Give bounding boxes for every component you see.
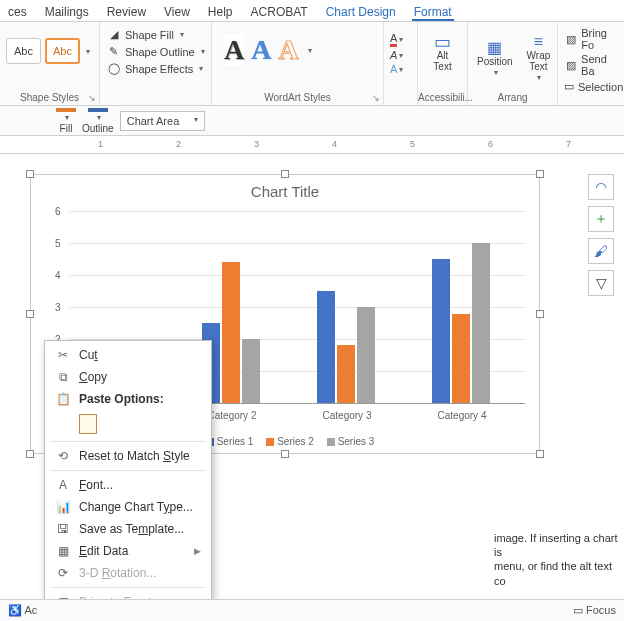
pencil-outline-icon: ✎ <box>106 44 121 59</box>
chart-side-tools: ◠ ＋ 🖌 ▽ <box>588 174 614 296</box>
save-icon: 🖫 <box>55 522 71 536</box>
shape-style-preset-1[interactable]: Abc <box>6 38 41 64</box>
resize-handle[interactable] <box>281 170 289 178</box>
tab-mailings[interactable]: Mailings <box>43 4 91 21</box>
bar-series3[interactable] <box>472 243 490 403</box>
tab-chart-design[interactable]: Chart Design <box>324 4 398 21</box>
effects-icon: ◯ <box>106 61 121 76</box>
font-icon: A <box>55 478 71 492</box>
resize-handle[interactable] <box>536 170 544 178</box>
rotation-icon: ⟳ <box>55 566 71 580</box>
tab-references[interactable]: ces <box>6 4 29 21</box>
shape-styles-launcher-icon[interactable]: ↘ <box>88 93 96 103</box>
text-effects-button[interactable]: A▾ <box>390 63 411 75</box>
wrap-text-button[interactable]: ≡Wrap Text▾ <box>524 32 554 84</box>
shape-outline-button[interactable]: ✎Shape Outline▾ <box>106 43 205 60</box>
ctx-reset-style[interactable]: ⟲Reset to Match Style <box>45 445 211 467</box>
paste-icon: 📋 <box>55 392 71 406</box>
fill-button[interactable]: ▾Fill <box>56 108 76 134</box>
shape-style-more-icon[interactable]: ▾ <box>86 47 90 56</box>
chart-icon: 📊 <box>55 500 71 514</box>
chart-color-button[interactable]: 🖌 <box>588 238 614 264</box>
reset-icon: ⟲ <box>55 449 71 463</box>
resize-handle[interactable] <box>281 450 289 458</box>
bring-forward-button[interactable]: ▧Bring Fo <box>564 26 618 52</box>
bring-forward-icon: ▧ <box>564 32 577 47</box>
plus-icon: ＋ <box>594 210 608 228</box>
bar-series1[interactable] <box>317 291 335 403</box>
bar-series2[interactable] <box>452 314 470 403</box>
status-bar: ♿ Ac ▭ Focus <box>0 599 624 621</box>
ctx-cut[interactable]: ✂Cut <box>45 344 211 366</box>
clipboard-icon <box>79 414 97 434</box>
bucket-icon: ◢ <box>106 27 121 42</box>
wordart-preset-3[interactable]: A <box>278 34 298 66</box>
ribbon-body: Abc Abc ▾ Shape Styles ↘ ◢Shape Fill▾ ✎S… <box>0 22 624 106</box>
chart-element-select[interactable]: Chart Area▾ <box>120 111 205 131</box>
tab-acrobat[interactable]: ACROBAT <box>249 4 310 21</box>
context-menu: ✂Cut ⧉Copy 📋Paste Options: ⟲Reset to Mat… <box>44 340 212 621</box>
tab-format[interactable]: Format <box>412 4 454 21</box>
chart-styles-button[interactable]: ◠ <box>588 174 614 200</box>
bar-series2[interactable] <box>337 345 355 403</box>
ruler: 1 2 3 4 5 6 7 <box>0 136 624 154</box>
wordart-launcher-icon[interactable]: ↘ <box>372 93 380 103</box>
outline-button[interactable]: ▾Outline <box>82 108 114 134</box>
resize-handle[interactable] <box>536 310 544 318</box>
ctx-paste-clipboard[interactable] <box>45 410 211 438</box>
tab-view[interactable]: View <box>162 4 192 21</box>
document-area: Chart Title 0 1 2 3 4 5 6 Category 2 Cat… <box>0 154 624 614</box>
text-outline-button[interactable]: A▾ <box>390 49 411 61</box>
chart-title[interactable]: Chart Title <box>31 183 539 200</box>
scissors-icon: ✂ <box>55 348 71 362</box>
alt-text-icon: ▭ <box>435 34 450 49</box>
wordart-preset-2[interactable]: A <box>251 34 271 66</box>
send-backward-icon: ▨ <box>564 58 577 73</box>
shape-fill-button[interactable]: ◢Shape Fill▾ <box>106 26 205 43</box>
ctx-edit-data[interactable]: ▦Edit Data▶ <box>45 540 211 562</box>
group-label-shape-styles: Shape Styles <box>0 92 99 103</box>
ctx-paste-options: 📋Paste Options: <box>45 388 211 410</box>
resize-handle[interactable] <box>536 450 544 458</box>
shape-style-preset-2[interactable]: Abc <box>45 38 80 64</box>
shape-effects-button[interactable]: ◯Shape Effects▾ <box>106 60 205 77</box>
copy-icon: ⧉ <box>55 370 71 384</box>
background-text: image. If inserting a chart is menu, or … <box>494 531 624 588</box>
accessibility-status[interactable]: ♿ Ac <box>8 604 37 617</box>
position-icon: ▦ <box>487 40 502 55</box>
send-backward-button[interactable]: ▨Send Ba <box>564 52 618 78</box>
position-button[interactable]: ▦Position▾ <box>474 38 516 79</box>
ctx-change-chart-type[interactable]: 📊Change Chart Type... <box>45 496 211 518</box>
tab-help[interactable]: Help <box>206 4 235 21</box>
bar-series3[interactable] <box>357 307 375 403</box>
data-icon: ▦ <box>55 544 71 558</box>
wordart-more-icon[interactable]: ▾ <box>308 46 312 55</box>
ctx-copy[interactable]: ⧉Copy <box>45 366 211 388</box>
group-label-arrange: Arrang <box>468 92 557 103</box>
funnel-icon: ▽ <box>596 275 607 291</box>
brush-icon: 🖌 <box>594 243 608 259</box>
wrap-icon: ≡ <box>531 34 546 49</box>
resize-handle[interactable] <box>26 170 34 178</box>
focus-mode-button[interactable]: ▭ Focus <box>573 604 616 617</box>
chart-filter-button[interactable]: ▽ <box>588 270 614 296</box>
chart-elements-button[interactable]: ＋ <box>588 206 614 232</box>
wordart-preset-1[interactable]: A <box>224 34 244 66</box>
bar-series3[interactable] <box>242 339 260 403</box>
selection-pane-button[interactable]: ▭Selection <box>564 78 618 95</box>
bar-series2[interactable] <box>222 262 240 403</box>
ribbon-tabs: ces Mailings Review View Help ACROBAT Ch… <box>0 0 624 22</box>
group-label-wordart: WordArt Styles <box>212 92 383 103</box>
selection-toolbar: ▾Fill ▾Outline Chart Area▾ <box>0 106 624 136</box>
alt-text-button[interactable]: ▭ Alt Text <box>424 32 461 74</box>
tab-review[interactable]: Review <box>105 4 148 21</box>
ctx-save-template[interactable]: 🖫Save as Template... <box>45 518 211 540</box>
resize-handle[interactable] <box>26 310 34 318</box>
text-fill-button[interactable]: A▾ <box>390 32 411 47</box>
bar-series1[interactable] <box>432 259 450 403</box>
arc-icon: ◠ <box>595 179 607 195</box>
resize-handle[interactable] <box>26 450 34 458</box>
group-label-accessibility: Accessibili... <box>418 92 467 103</box>
ctx-font[interactable]: AFont... <box>45 474 211 496</box>
selection-icon: ▭ <box>564 79 574 94</box>
